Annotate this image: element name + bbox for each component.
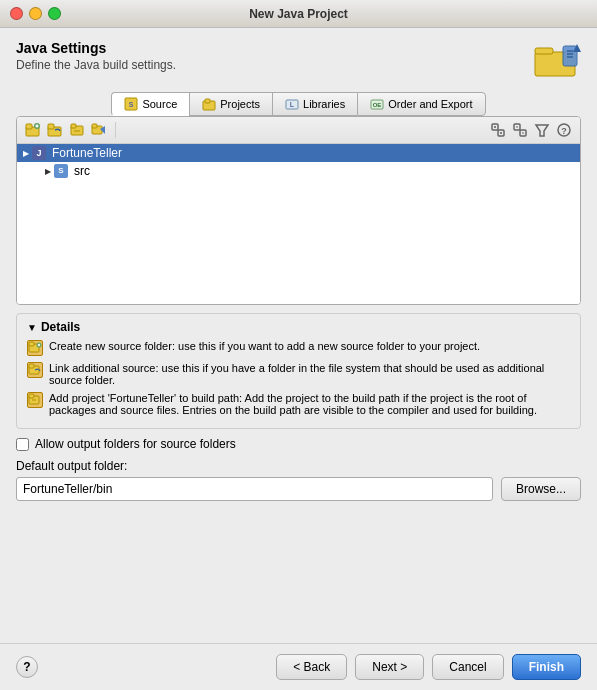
allow-output-folders-label: Allow output folders for source folders — [35, 437, 236, 451]
tab-projects-label: Projects — [220, 98, 260, 110]
checkbox-row: Allow output folders for source folders — [16, 437, 581, 451]
cancel-button[interactable]: Cancel — [432, 654, 503, 680]
src-folder-icon: S — [54, 164, 68, 178]
title-bar: New Java Project — [0, 0, 597, 28]
detail-item-link-source: Link additional source: use this if you … — [27, 362, 570, 386]
help-icon: ? — [23, 660, 30, 674]
tab-source[interactable]: S Source — [111, 92, 189, 116]
main-content: Java Settings Define the Java build sett… — [0, 28, 597, 690]
tree-panel: ? ▶ J FortuneTeller ▶ S src — [16, 116, 581, 305]
finish-button[interactable]: Finish — [512, 654, 581, 680]
details-section: ▼ Details Create new source folder: use … — [16, 313, 581, 429]
svg-rect-26 — [92, 124, 97, 128]
order-export-tab-icon: OE — [370, 97, 384, 111]
detail-item-create-source: Create new source folder: use this if yo… — [27, 340, 570, 356]
folder-icon — [533, 40, 581, 80]
details-header[interactable]: ▼ Details — [27, 320, 570, 334]
browse-button[interactable]: Browse... — [501, 477, 581, 501]
window-controls[interactable] — [10, 7, 61, 20]
detail-text-add-project: Add project 'FortuneTeller' to build pat… — [49, 392, 570, 416]
toolbar-right: ? — [488, 120, 574, 140]
footer-right: < Back Next > Cancel Finish — [276, 654, 581, 680]
svg-rect-48 — [29, 394, 34, 398]
svg-rect-1 — [535, 48, 553, 54]
tab-libraries[interactable]: L Libraries — [272, 92, 357, 116]
java-project-icon: J — [32, 146, 46, 160]
allow-output-folders-checkbox[interactable] — [16, 438, 29, 451]
tree-area: ▶ J FortuneTeller ▶ S src — [17, 144, 580, 304]
link-source-btn[interactable] — [45, 120, 65, 140]
svg-rect-10 — [205, 99, 210, 103]
next-button[interactable]: Next > — [355, 654, 424, 680]
page-subtitle: Define the Java build settings. — [16, 58, 176, 72]
maximize-button[interactable] — [48, 7, 61, 20]
tree-toolbar: ? — [17, 117, 580, 144]
tab-source-label: Source — [142, 98, 177, 110]
configure-output-btn[interactable] — [67, 120, 87, 140]
tab-order-export[interactable]: OE Order and Export — [357, 92, 485, 116]
detail-item-add-project: Add project 'FortuneTeller' to build pat… — [27, 392, 570, 416]
svg-marker-37 — [536, 125, 548, 136]
detail-text-link-source: Link additional source: use this if you … — [49, 362, 570, 386]
page-title: Java Settings — [16, 40, 176, 56]
details-title: Details — [41, 320, 80, 334]
libraries-tab-icon: L — [285, 97, 299, 111]
add-source-folder-btn[interactable] — [23, 120, 43, 140]
header-text: Java Settings Define the Java build sett… — [16, 40, 176, 72]
create-source-rest: : use this if you want to add a new sour… — [172, 340, 480, 352]
minimize-button[interactable] — [29, 7, 42, 20]
output-folder-label: Default output folder: — [16, 459, 581, 473]
tree-item-fortuneteller-label: FortuneTeller — [52, 146, 122, 160]
output-folder-row: Browse... — [16, 477, 581, 501]
toolbar-separator — [115, 122, 116, 138]
create-source-icon — [27, 340, 43, 356]
footer-left: ? — [16, 656, 38, 678]
svg-rect-41 — [29, 342, 34, 346]
header-section: Java Settings Define the Java build sett… — [0, 28, 597, 88]
add-project-link[interactable]: Add project 'FortuneTeller' to build pat… — [49, 392, 239, 404]
detail-text-create-source: Create new source folder: use this if yo… — [49, 340, 480, 352]
tab-order-export-label: Order and Export — [388, 98, 472, 110]
arrow-icon-fortuneteller: ▶ — [23, 149, 29, 158]
svg-rect-16 — [26, 124, 32, 129]
create-source-link[interactable]: Create new source folder — [49, 340, 172, 352]
tree-item-src-label: src — [74, 164, 90, 178]
link-source-link[interactable]: Link additional source — [49, 362, 155, 374]
svg-rect-21 — [48, 124, 54, 129]
details-collapse-arrow: ▼ — [27, 322, 37, 333]
help-button[interactable]: ? — [16, 656, 38, 678]
back-button[interactable]: < Back — [276, 654, 347, 680]
collapse-all-btn[interactable] — [510, 120, 530, 140]
arrow-icon-src: ▶ — [45, 167, 51, 176]
footer: ? < Back Next > Cancel Finish — [0, 643, 597, 690]
output-folder-input[interactable] — [16, 477, 493, 501]
add-project-detail-icon — [27, 392, 43, 408]
svg-rect-23 — [71, 124, 76, 128]
output-folder-section: Default output folder: Browse... — [16, 459, 581, 501]
add-linked-btn[interactable] — [89, 120, 109, 140]
svg-rect-46 — [29, 364, 34, 368]
svg-text:OE: OE — [373, 102, 382, 108]
filter-btn[interactable] — [532, 120, 552, 140]
svg-text:L: L — [290, 101, 295, 108]
help-panel-btn[interactable]: ? — [554, 120, 574, 140]
svg-text:S: S — [129, 101, 134, 108]
tabs-container: S Source Projects L Libraries — [16, 92, 581, 116]
close-button[interactable] — [10, 7, 23, 20]
tree-item-src[interactable]: ▶ S src — [17, 162, 580, 180]
tab-projects[interactable]: Projects — [189, 92, 272, 116]
tree-item-fortuneteller[interactable]: ▶ J FortuneTeller — [17, 144, 580, 162]
link-source-detail-icon — [27, 362, 43, 378]
expand-all-btn[interactable] — [488, 120, 508, 140]
tab-libraries-label: Libraries — [303, 98, 345, 110]
window-title: New Java Project — [249, 7, 348, 21]
source-tab-icon: S — [124, 97, 138, 111]
projects-tab-icon — [202, 97, 216, 111]
svg-text:?: ? — [561, 126, 567, 136]
